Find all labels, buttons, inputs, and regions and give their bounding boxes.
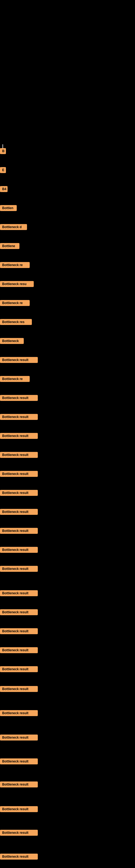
bottleneck-result-badge: Bottleneck result xyxy=(0,781,38,787)
bottleneck-result-badge: Bottleneck result xyxy=(0,433,38,439)
bottleneck-result-badge: Bottleneck result xyxy=(0,647,38,653)
bottleneck-result-badge: Bottleneck result xyxy=(0,590,38,596)
bottleneck-result-badge: Bottlen xyxy=(0,205,17,211)
bottleneck-result-badge: Bottleneck result xyxy=(0,686,38,692)
bottleneck-result-badge: Bottleneck result xyxy=(0,735,38,741)
bottleneck-result-badge: Bottleneck result xyxy=(0,609,38,615)
bottleneck-result-badge: Bottleneck result xyxy=(0,628,38,634)
bottleneck-result-badge: Bottleneck resu xyxy=(0,281,34,287)
bottleneck-result-badge: E xyxy=(0,167,6,173)
bottleneck-result-badge: Bottleneck re xyxy=(0,300,30,306)
bottleneck-result-badge: B4 xyxy=(0,186,8,192)
bottleneck-result-badge: Bottleneck result xyxy=(0,830,38,836)
bottleneck-result-badge: B xyxy=(0,148,6,154)
bottleneck-result-badge: Bottleneck result xyxy=(0,471,38,477)
bottleneck-result-badge: Bottleneck result xyxy=(0,547,38,553)
bottleneck-result-badge: Bottleneck res xyxy=(0,319,32,325)
bottleneck-result-badge: Bottleneck re xyxy=(0,376,30,382)
bottleneck-result-badge: Bottleneck re xyxy=(0,262,30,268)
bottleneck-result-badge: Bottleneck d xyxy=(0,224,27,230)
bottleneck-result-badge: Bottleneck result xyxy=(0,395,38,401)
bottleneck-result-badge: Bottlene xyxy=(0,243,19,249)
bottleneck-result-badge: Bottleneck result xyxy=(0,854,38,860)
bottleneck-result-badge: Bottleneck result xyxy=(0,414,38,420)
bottleneck-result-badge: Bottleneck result xyxy=(0,758,38,764)
bottleneck-result-badge: Bottleneck result xyxy=(0,490,38,496)
bottleneck-result-badge: Bottleneck result xyxy=(0,357,38,363)
bottleneck-result-badge: Bottleneck result xyxy=(0,710,38,716)
bottleneck-result-badge: Bottleneck result xyxy=(0,806,38,812)
bottleneck-result-badge: Bottleneck result xyxy=(0,666,38,672)
bottleneck-result-badge: Bottleneck result xyxy=(0,566,38,572)
bottleneck-result-badge: Bottleneck result xyxy=(0,452,38,458)
bottleneck-result-badge: Bottleneck result xyxy=(0,528,38,534)
chart-area xyxy=(0,0,135,144)
bottleneck-result-badge: Bottleneck result xyxy=(0,509,38,515)
bottleneck-result-badge: Bottleneck xyxy=(0,338,24,344)
